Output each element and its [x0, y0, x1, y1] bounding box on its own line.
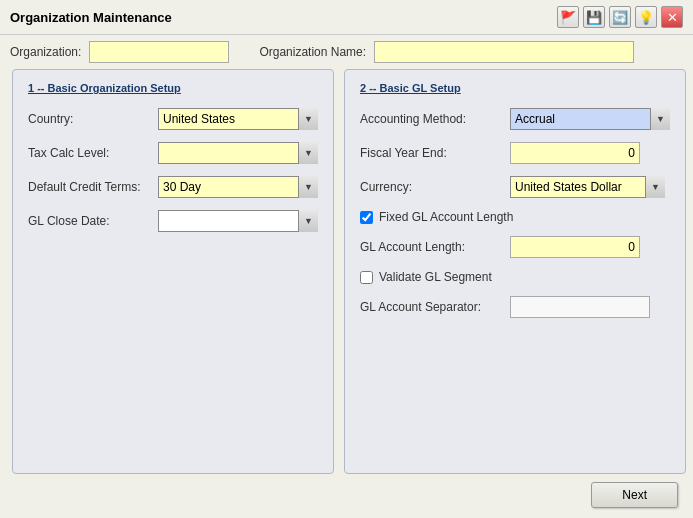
- validate-gl-label: Validate GL Segment: [379, 270, 492, 284]
- save-icon[interactable]: 💾: [583, 6, 605, 28]
- close-icon[interactable]: ✕: [661, 6, 683, 28]
- credit-terms-field: Default Credit Terms: 30 Day ▼: [28, 176, 318, 198]
- country-field: Country: United States ▼: [28, 108, 318, 130]
- organization-input[interactable]: [89, 41, 229, 63]
- fixed-gl-checkbox[interactable]: [360, 211, 373, 224]
- org-fields-row: Organization: Organization Name:: [0, 35, 693, 69]
- country-select[interactable]: United States: [158, 108, 318, 130]
- organization-label: Organization:: [10, 45, 81, 59]
- flag-icon[interactable]: 🚩: [557, 6, 579, 28]
- gl-length-field: GL Account Length:: [360, 236, 670, 258]
- panels-row: 1 -- Basic Organization Setup Country: U…: [0, 69, 693, 474]
- fiscal-year-field: Fiscal Year End:: [360, 142, 670, 164]
- org-name-field: Organization Name:: [259, 41, 634, 63]
- fixed-gl-label: Fixed GL Account Length: [379, 210, 513, 224]
- gl-length-input[interactable]: [510, 236, 640, 258]
- gl-separator-label: GL Account Separator:: [360, 300, 510, 314]
- gl-close-field: GL Close Date: ▼: [28, 210, 318, 232]
- gl-close-select-wrapper: ▼: [158, 210, 318, 232]
- country-select-wrapper: United States ▼: [158, 108, 318, 130]
- accounting-method-field: Accounting Method: Accrual ▼: [360, 108, 670, 130]
- accounting-method-select-wrapper: Accrual ▼: [510, 108, 670, 130]
- organization-field: Organization:: [10, 41, 229, 63]
- accounting-method-select[interactable]: Accrual: [510, 108, 670, 130]
- tax-level-field: Tax Calc Level: ▼: [28, 142, 318, 164]
- tax-level-select[interactable]: [158, 142, 318, 164]
- gl-separator-input[interactable]: [510, 296, 650, 318]
- refresh-icon[interactable]: 🔄: [609, 6, 631, 28]
- country-label: Country:: [28, 112, 158, 126]
- footer: Next: [0, 474, 693, 518]
- fiscal-year-label: Fiscal Year End:: [360, 146, 510, 160]
- org-name-input[interactable]: [374, 41, 634, 63]
- org-name-label: Organization Name:: [259, 45, 366, 59]
- currency-select-wrapper: United States Dollar ▼: [510, 176, 665, 198]
- credit-terms-label: Default Credit Terms:: [28, 180, 158, 194]
- credit-terms-select[interactable]: 30 Day: [158, 176, 318, 198]
- lightbulb-icon[interactable]: 💡: [635, 6, 657, 28]
- next-button[interactable]: Next: [591, 482, 678, 508]
- title-bar: Organization Maintenance 🚩 💾 🔄 💡 ✕: [0, 0, 693, 35]
- main-container: Organization Maintenance 🚩 💾 🔄 💡 ✕ Organ…: [0, 0, 693, 518]
- currency-select[interactable]: United States Dollar: [510, 176, 665, 198]
- validate-gl-checkbox[interactable]: [360, 271, 373, 284]
- fiscal-year-input[interactable]: [510, 142, 640, 164]
- panel1-title: 1 -- Basic Organization Setup: [28, 82, 318, 94]
- panel-basic-gl: 2 -- Basic GL Setup Accounting Method: A…: [344, 69, 686, 474]
- gl-length-label: GL Account Length:: [360, 240, 510, 254]
- tax-level-label: Tax Calc Level:: [28, 146, 158, 160]
- credit-terms-select-wrapper: 30 Day ▼: [158, 176, 318, 198]
- gl-close-label: GL Close Date:: [28, 214, 158, 228]
- fixed-gl-row: Fixed GL Account Length: [360, 210, 670, 224]
- panel-basic-org: 1 -- Basic Organization Setup Country: U…: [12, 69, 334, 474]
- gl-close-select[interactable]: [158, 210, 318, 232]
- toolbar: 🚩 💾 🔄 💡 ✕: [557, 6, 683, 28]
- gl-separator-field: GL Account Separator:: [360, 296, 670, 318]
- currency-label: Currency:: [360, 180, 510, 194]
- currency-field: Currency: United States Dollar ▼: [360, 176, 670, 198]
- panel2-title: 2 -- Basic GL Setup: [360, 82, 670, 94]
- accounting-method-label: Accounting Method:: [360, 112, 510, 126]
- page-title: Organization Maintenance: [10, 10, 172, 25]
- tax-level-select-wrapper: ▼: [158, 142, 318, 164]
- validate-gl-row: Validate GL Segment: [360, 270, 670, 284]
